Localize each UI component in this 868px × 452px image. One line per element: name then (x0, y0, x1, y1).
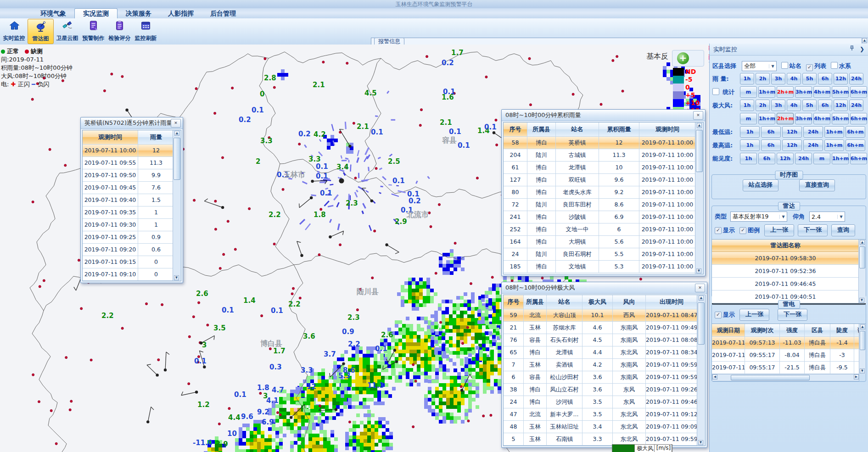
period-button-4h+m[interactable]: 4h+m (813, 113, 830, 124)
elevation-select[interactable]: 2.4 ▼ (809, 212, 845, 222)
period-button-5h+m[interactable]: 5h+m (832, 86, 849, 98)
column-header-4[interactable]: 累积雨量 (599, 123, 639, 136)
table-row[interactable]: 48玉林玉林站旧址3.4东北风2019-07-11 09:09 (504, 421, 705, 433)
table-row[interactable]: 204陆川古城镇11.32019-07-11 10:00 (504, 149, 703, 162)
column-header-4[interactable]: 区县 (805, 324, 830, 336)
lightning-vscrollbar[interactable]: ▲▼ (859, 324, 866, 374)
period-button-6h+m[interactable]: 6h+m (850, 86, 867, 98)
column-header-1[interactable]: 观测时间 (83, 130, 138, 144)
period-button-m[interactable]: m (740, 86, 757, 98)
period-button-1h+m[interactable]: 1h+m (758, 113, 775, 124)
column-header-3[interactable]: 站名 (556, 123, 599, 136)
prev-image-button[interactable]: 上一张 (764, 224, 794, 236)
period-button-24h[interactable]: 24h (849, 100, 863, 111)
lightning-row[interactable]: 2019-07-1109:55:17-8.04博白县-3 (712, 349, 866, 362)
popup-titlebar[interactable]: 英桥镇(N5702)逐5分钟累计雨量 (81, 117, 183, 129)
period-button-6h[interactable]: 6h (761, 126, 781, 138)
period-button-3h[interactable]: 3h (771, 73, 785, 84)
menu-item-3[interactable]: 决策服务 (118, 9, 160, 18)
toolbar-button-5[interactable]: 检验评分 (107, 19, 132, 43)
table-vscrollbar[interactable]: ▲▼ (173, 130, 181, 281)
max-wind-popup[interactable]: 08时~10时00分钟极大风 ✕ 序号所属县站名极大风风向出现时间59北流大容山… (501, 282, 707, 448)
column-header-4[interactable]: 极大风 (582, 295, 613, 309)
period-button-12h[interactable]: 12h (782, 126, 802, 138)
pin-icon[interactable] (850, 46, 856, 52)
query-button[interactable]: 查询 (831, 224, 855, 236)
radar-list-item[interactable]: 2019-07-11 09:58:30 (712, 252, 859, 265)
table-row[interactable]: 2019-07-11 09:250.9 (83, 231, 181, 244)
table-row[interactable]: 2019-07-11 09:351 (83, 206, 181, 219)
period-button-1h+m[interactable]: 1h+m (832, 153, 849, 164)
table-row[interactable]: 241博白沙陂镇6.92019-07-11 10:00 (504, 211, 703, 223)
column-header-3[interactable]: 强度 (780, 324, 805, 336)
period-button-2h+m[interactable]: 2h+m (777, 86, 794, 98)
checkbox-站名[interactable] (781, 62, 788, 69)
radar-type-select[interactable]: 基本反射率19 ▼ (730, 212, 787, 222)
period-button-3h[interactable]: 3h (771, 100, 785, 111)
period-button-1h+m[interactable]: 1h+m (758, 86, 775, 98)
scroll-up-icon[interactable]: ▲ (862, 38, 867, 43)
menu-item-4[interactable]: 人影指挥 (160, 9, 202, 18)
show-checkbox[interactable]: ✓ (715, 227, 722, 234)
period-button-12h[interactable]: 12h (834, 100, 848, 111)
toolbar-button-1[interactable]: 实时监控 (1, 19, 27, 43)
table-row[interactable]: 72陆川良田车田村8.62019-07-11 10:00 (504, 199, 703, 211)
period-button-4h[interactable]: 4h (787, 100, 801, 111)
period-button-5h+m[interactable]: 5h+m (832, 113, 849, 124)
stats-checkbox[interactable] (712, 88, 719, 95)
menu-item-5[interactable]: 后台管理 (202, 9, 244, 18)
column-header-2[interactable]: 观测时次 (745, 324, 780, 336)
table-row[interactable]: 61博白龙潭镇102019-07-11 10:00 (504, 162, 703, 174)
lightning-hscrollbar[interactable]: ◀ ▶ (712, 374, 859, 381)
radar-list-item[interactable]: 2019-07-11 09:46:45 (712, 278, 859, 290)
period-button-24h[interactable]: 24h (849, 73, 863, 84)
table-vscrollbar[interactable]: ▲▼ (697, 295, 705, 446)
close-icon[interactable]: ✕ (693, 111, 703, 120)
period-button-4h+m[interactable]: 4h+m (813, 86, 830, 98)
column-header-3[interactable]: 站名 (547, 295, 582, 309)
panel-header[interactable]: 实时监控 ❯ (710, 44, 868, 56)
table-row[interactable]: 2019-07-11 09:200.6 (83, 244, 181, 256)
table-row[interactable]: 21玉林苏烟水库4.6东南风2019-07-11 09:49 (504, 322, 705, 334)
column-header-1[interactable]: 序号 (504, 295, 524, 309)
table-row[interactable]: 38博白凤山立石村3.6东风2019-07-11 09:26 (504, 384, 705, 396)
popup-titlebar[interactable]: 08时~10时00分钟极大风 (502, 282, 707, 294)
table-row[interactable]: 65博白龙潭镇4.4东北风2019-07-11 08:34 (504, 346, 705, 359)
table-row[interactable]: 80博白老虎头水库9.22019-07-11 10:00 (504, 186, 703, 199)
station-select-button[interactable]: 站点选择 (743, 179, 778, 191)
popup-titlebar[interactable]: 08时~10时00分钟累积雨量 (502, 110, 705, 121)
station-rain-popup[interactable]: 英桥镇(N5702)逐5分钟累计雨量 ✕ 观测时间雨量2019-07-11 10… (80, 117, 183, 283)
radar-list-item[interactable]: 2019-07-11 09:52:36 (712, 265, 859, 278)
checkbox-列表[interactable]: ✓ (806, 64, 813, 71)
period-button-1h[interactable]: 1h (740, 153, 757, 164)
column-header-5[interactable]: 陡度 (830, 324, 854, 336)
period-button-24h[interactable]: 24h (803, 140, 823, 151)
close-icon[interactable]: ✕ (171, 119, 181, 128)
table-row[interactable]: 2019-07-11 09:100 (83, 268, 181, 281)
table-row[interactable]: 58博白英桥镇122019-07-11 10:00 (504, 137, 703, 149)
column-header-2[interactable]: 所属县 (527, 123, 556, 136)
period-button-1h[interactable]: 1h (740, 126, 760, 138)
zoom-plus-button[interactable]: + (672, 50, 704, 67)
period-button-3h+m[interactable]: 3h+m (795, 113, 812, 124)
table-row[interactable]: 2019-07-11 09:301 (83, 219, 181, 231)
legend-checkbox[interactable]: ✓ (739, 227, 746, 234)
table-row[interactable]: 2019-07-11 09:457.6 (83, 182, 181, 194)
period-button-2h+m[interactable]: 2h+m (777, 113, 794, 124)
column-header-1[interactable]: 序号 (504, 123, 527, 136)
period-button-6h[interactable]: 6h (818, 100, 832, 111)
toolbar-button-3[interactable]: 卫星云图 (55, 19, 80, 43)
table-row[interactable]: 2019-07-11 09:5511.3 (83, 157, 181, 169)
table-row[interactable]: 47北流新丰大罗...3.5东北风2019-07-11 09:12 (504, 408, 705, 421)
period-button-6h[interactable]: 6h (761, 140, 781, 151)
radar-list-scrollbar[interactable]: ▲▼ (858, 240, 866, 303)
lightning-row[interactable]: 2019-07-1109:57:13-11.03博白县-1.4 (712, 337, 866, 349)
column-header-5[interactable]: 观测时间 (639, 123, 696, 136)
period-button-1h[interactable]: 1h (740, 73, 754, 84)
menu-item-1[interactable]: 环境气象 (32, 9, 74, 18)
period-button-6h+m[interactable]: 6h+m (850, 113, 867, 124)
toolbar-button-6[interactable]: 监控刷新 (133, 19, 158, 43)
direct-query-button[interactable]: 直接查询 (799, 179, 835, 191)
period-button-m[interactable]: m (740, 113, 757, 124)
period-button-1h[interactable]: 1h (740, 100, 754, 111)
